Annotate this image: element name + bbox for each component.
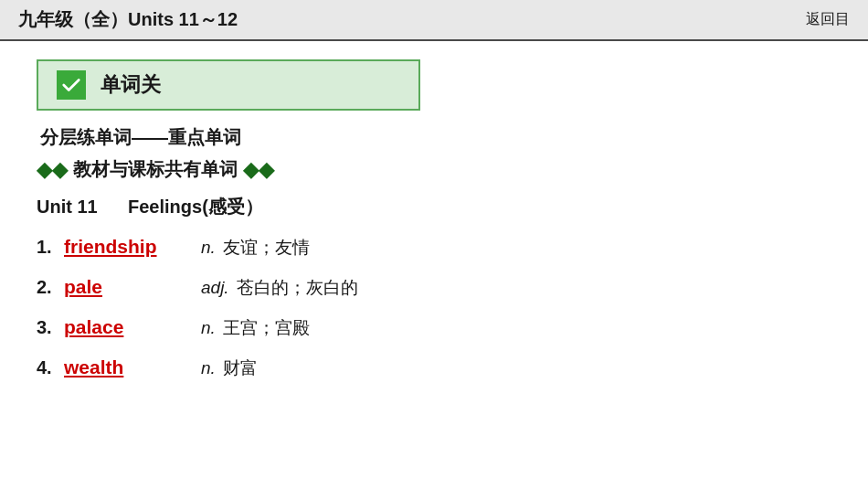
vocab-word-2: pale — [64, 276, 192, 298]
unit-topic: Feelings(感受） — [128, 197, 263, 217]
vocab-meaning-4: 财富 — [223, 356, 258, 380]
unit-label: Unit 11 — [37, 197, 98, 217]
vocab-list: 1. friendship n. 友谊；友情 2. pale adj. 苍白的；… — [37, 236, 831, 380]
vocab-word-4: wealth — [64, 356, 192, 378]
vocab-meaning-1: 友谊；友情 — [223, 236, 310, 260]
vocab-number-1: 1. — [37, 237, 58, 258]
vocab-pos-3: n. — [201, 318, 216, 338]
vocab-item-3: 3. palace n. 王宫；宫殿 — [37, 316, 831, 340]
vocab-pos-1: n. — [201, 238, 216, 258]
diamond-left-icon: ◆◆ — [37, 158, 68, 182]
vocab-number-4: 4. — [37, 357, 58, 378]
diamond-right-icon: ◆◆ — [243, 158, 274, 182]
back-button[interactable]: 返回目 — [806, 10, 850, 29]
vocab-pos-4: n. — [201, 358, 216, 378]
header-title: 九年级（全）Units 11～12 — [18, 7, 238, 32]
section-title: 单词关 — [101, 71, 161, 99]
vocab-meaning-2: 苍白的；灰白的 — [237, 276, 358, 300]
subtitle: 分层练单词——重点单词 — [37, 125, 831, 150]
diamond-header: ◆◆ 教材与课标共有单词 ◆◆ — [37, 157, 831, 182]
vocab-pos-2: adj. — [201, 278, 229, 298]
vocab-number-2: 2. — [37, 277, 58, 298]
vocab-item-1: 1. friendship n. 友谊；友情 — [37, 236, 831, 260]
vocab-meaning-3: 王宫；宫殿 — [223, 316, 310, 340]
main-content: 单词关 分层练单词——重点单词 ◆◆ 教材与课标共有单词 ◆◆ Unit 11 … — [0, 41, 868, 415]
vocab-word-3: palace — [64, 316, 192, 338]
vocab-word-1: friendship — [64, 236, 192, 258]
unit-heading: Unit 11 Feelings(感受） — [37, 195, 831, 219]
section-header-box: 单词关 — [37, 59, 420, 111]
header: 九年级（全）Units 11～12 返回目 — [0, 0, 868, 41]
vocab-number-3: 3. — [37, 317, 58, 338]
vocab-item-2: 2. pale adj. 苍白的；灰白的 — [37, 276, 831, 300]
diamond-header-text: 教材与课标共有单词 — [73, 157, 238, 182]
check-icon — [57, 70, 86, 100]
vocab-item-4: 4. wealth n. 财富 — [37, 356, 831, 380]
